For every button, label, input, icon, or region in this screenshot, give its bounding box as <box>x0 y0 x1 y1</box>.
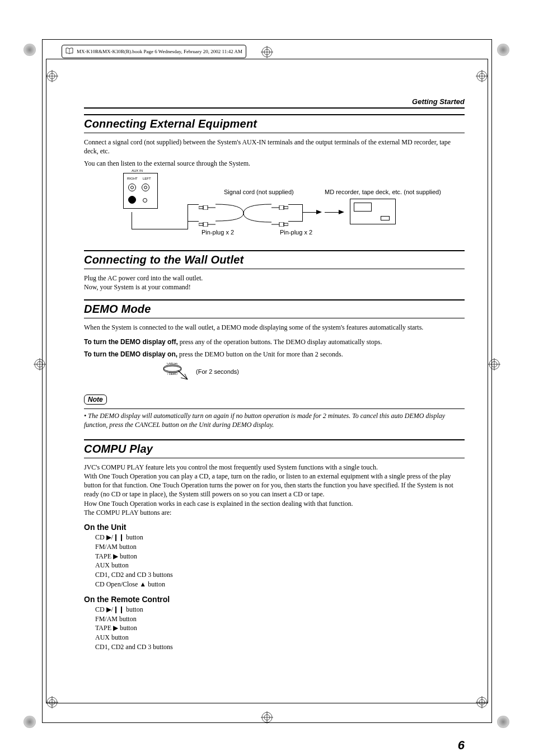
corner-ornament <box>497 716 509 728</box>
list-item: AUX button <box>95 633 465 642</box>
rule <box>84 250 465 251</box>
list-item: AUX button <box>95 561 465 570</box>
section-header: Getting Started <box>84 97 465 109</box>
list-item: CD ▶/❙❙ button <box>95 605 465 614</box>
wire <box>132 212 132 229</box>
subheading-on-remote: On the Remote Control <box>84 595 465 604</box>
wire <box>302 212 316 213</box>
cable-icon <box>216 203 271 226</box>
page-number: 6 <box>458 738 465 753</box>
list-item: TAPE ▶ button <box>95 623 465 633</box>
jack-icon <box>128 196 136 204</box>
list-item: TAPE ▶ button <box>95 552 465 561</box>
registration-mark-icon <box>46 70 58 82</box>
svg-rect-40 <box>279 205 284 210</box>
registration-mark-icon <box>46 696 58 708</box>
demo-on-text: press the DEMO button on the Unit for mo… <box>177 350 343 358</box>
rule <box>84 439 465 440</box>
registration-mark-icon <box>476 696 488 708</box>
wire <box>302 204 303 222</box>
subheading-on-unit: On the Unit <box>84 523 465 532</box>
demo-button-figure: CANCEL / DEMO (For 2 seconds) <box>162 363 465 383</box>
connection-diagram: AUX IN RIGHT LEFT Signal cord (not suppl… <box>123 173 465 240</box>
svg-rect-43 <box>279 222 284 227</box>
rule <box>84 133 465 133</box>
external-device-icon <box>350 199 396 224</box>
svg-rect-33 <box>199 206 203 209</box>
list-item: FM/AM button <box>95 542 465 552</box>
paragraph: To turn the DEMO display on, press the D… <box>84 350 465 359</box>
book-icon <box>65 46 73 57</box>
corner-ornament <box>497 44 509 56</box>
wire <box>288 204 302 205</box>
right-label: RIGHT <box>127 177 138 180</box>
list-item: CD Open/Close ▲ button <box>95 580 465 589</box>
md-recorder-label: MD recorder, tape deck, etc. (not suppli… <box>325 189 441 195</box>
note-text: • The DEMO display will automatically tu… <box>84 411 465 429</box>
registration-mark-icon <box>476 70 488 82</box>
demo-off-label: To turn the DEMO display off, <box>84 338 178 346</box>
rule <box>84 408 465 409</box>
registration-mark-icon <box>34 358 46 370</box>
wire <box>188 204 199 205</box>
demo-off-text: press any of the operation buttons. The … <box>178 338 382 346</box>
pin-plug-label: Pin-plug x 2 <box>202 229 234 236</box>
rule <box>84 299 465 300</box>
cancel-label: CANCEL <box>167 363 179 365</box>
paragraph: Connect a signal cord (not supplied) bet… <box>84 138 465 156</box>
paragraph: The COMPU PLAY buttons are: <box>84 508 465 517</box>
rule <box>84 318 465 318</box>
wire <box>325 212 339 213</box>
paragraph: How One Touch Operation works in each ca… <box>84 499 465 508</box>
wire <box>188 221 199 222</box>
remote-button-list: CD ▶/❙❙ button FM/AM button TAPE ▶ butto… <box>95 605 465 652</box>
pin-plug-icon <box>199 219 216 223</box>
pin-plug-label: Pin-plug x 2 <box>280 229 312 236</box>
list-item: FM/AM button <box>95 614 465 624</box>
pin-plug-icon <box>271 202 288 206</box>
heading-compu-play: COMPU Play <box>84 443 465 456</box>
svg-rect-36 <box>199 223 203 226</box>
paragraph: Now, your System is at your command! <box>84 283 465 292</box>
paragraph: JVC's COMPU PLAY feature lets you contro… <box>84 463 465 472</box>
for-2-seconds-label: (For 2 seconds) <box>196 368 239 375</box>
heading-demo-mode: DEMO Mode <box>84 303 465 316</box>
pin-plug-icon <box>271 219 288 223</box>
aux-in-label: AUX IN <box>129 169 145 172</box>
registration-mark-icon <box>261 711 273 724</box>
svg-rect-37 <box>203 222 208 227</box>
hole-icon <box>143 198 147 203</box>
svg-rect-42 <box>284 223 288 226</box>
rule <box>84 114 465 115</box>
running-header: MX-K10R&MX-K30R(B).book Page 6 Wednesday… <box>62 45 246 58</box>
rule <box>84 269 465 269</box>
svg-rect-34 <box>203 205 208 210</box>
heading-wall-outlet: Connecting to the Wall Outlet <box>84 253 465 266</box>
left-label: LEFT <box>143 177 151 180</box>
note-badge: Note <box>84 395 107 405</box>
paragraph: Plug the AC power cord into the wall out… <box>84 274 465 283</box>
demo-on-label: To turn the DEMO display on, <box>84 350 177 358</box>
pin-plug-icon <box>199 202 216 206</box>
paragraph: When the System is connected to the wall… <box>84 323 465 332</box>
wire <box>188 204 188 229</box>
paragraph: You can then listen to the external sour… <box>84 159 465 168</box>
wire <box>132 229 188 229</box>
registration-mark-icon <box>488 358 500 370</box>
list-item: CD ▶/❙❙ button <box>95 533 465 542</box>
jack-icon <box>142 184 149 191</box>
paragraph: To turn the DEMO display off, press any … <box>84 337 465 346</box>
paragraph: With One Touch Operation you can play a … <box>84 472 465 499</box>
wire <box>288 221 302 222</box>
aux-in-panel: AUX IN RIGHT LEFT <box>123 173 158 209</box>
heading-connecting-external: Connecting External Equipment <box>84 118 465 130</box>
demo-label: / DEMO <box>167 372 177 375</box>
corner-ornament <box>24 716 36 728</box>
arrow-right-icon <box>339 210 344 214</box>
svg-rect-39 <box>284 206 288 209</box>
unit-button-list: CD ▶/❙❙ button FM/AM button TAPE ▶ butto… <box>95 533 465 589</box>
list-item: CD1, CD2 and CD 3 buttons <box>95 642 465 652</box>
rule <box>84 458 465 458</box>
jack-icon <box>128 184 136 191</box>
note-block: Note • The DEMO display will automatical… <box>84 394 465 429</box>
